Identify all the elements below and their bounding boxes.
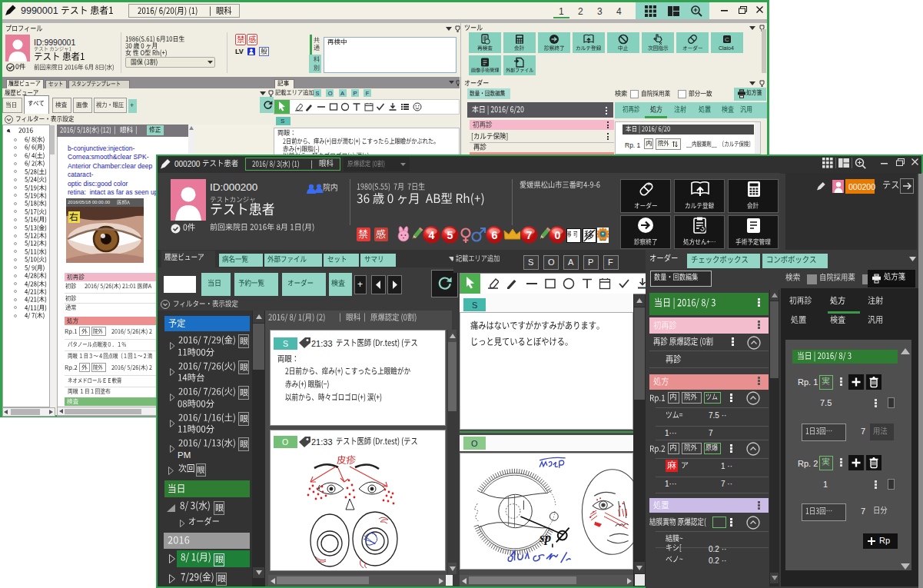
svg-text:sp: sp bbox=[539, 530, 551, 545]
svg-text:7: 7 bbox=[526, 229, 533, 241]
svg-text:0: 0 bbox=[555, 229, 561, 241]
svg-text:C: C bbox=[725, 36, 729, 43]
svg-text:5: 5 bbox=[447, 229, 453, 241]
svg-text:6: 6 bbox=[492, 229, 498, 241]
svg-text:4: 4 bbox=[429, 229, 435, 241]
